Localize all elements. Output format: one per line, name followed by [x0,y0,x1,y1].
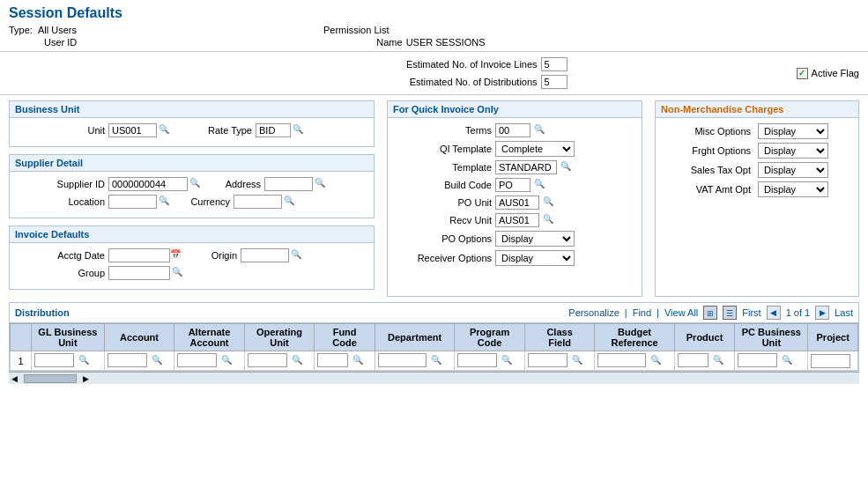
acctg-date-input[interactable] [108,248,170,262]
fund-code-search-icon[interactable] [352,354,367,368]
col-header-product: Product [674,324,735,351]
dept-input[interactable] [378,353,427,367]
pc-bu-search-icon[interactable] [782,354,796,368]
group-search-icon[interactable] [172,266,186,280]
group-input[interactable] [108,266,170,280]
rate-type-search-icon[interactable] [293,123,307,137]
currency-input[interactable] [234,195,282,209]
main-layout: Business Unit Unit Rate Type Supplier De… [0,95,868,302]
non-merch-title: Non-Merchandise Charges [656,101,858,118]
alt-account-cell [174,351,245,371]
pc-bu-input[interactable] [738,353,777,367]
alt-account-search-icon[interactable] [221,354,235,368]
project-input[interactable] [811,354,850,368]
location-input[interactable] [108,195,157,209]
budget-cell [595,351,674,371]
account-search-icon[interactable] [152,354,166,368]
invoice-defaults-panel: Invoice Defaults Acctg Date Origin Group [9,225,375,290]
terms-input[interactable] [495,123,530,137]
alt-account-input[interactable] [177,353,217,367]
po-unit-input[interactable] [495,196,539,210]
class-input[interactable] [528,353,568,367]
op-unit-input[interactable] [248,353,287,367]
budget-search-icon[interactable] [650,354,664,368]
first-link[interactable]: First [742,307,760,318]
po-unit-search-icon[interactable] [543,196,557,210]
active-flag-container: Active Flag [797,68,859,79]
address-input[interactable] [264,177,313,191]
build-code-input[interactable] [495,178,530,192]
personalize-link[interactable]: Personalize [568,307,619,318]
account-input[interactable] [108,353,147,367]
build-code-search-icon[interactable] [534,178,548,192]
horizontal-scrollbar[interactable]: ◀ ▶ [9,372,859,384]
misc-options-select[interactable]: Display Hide Required [758,123,828,139]
template-search-icon[interactable] [560,160,575,174]
table-icon[interactable]: ☰ [723,306,737,320]
currency-search-icon[interactable] [284,195,298,209]
recv-unit-input[interactable] [495,213,539,227]
left-column: Business Unit Unit Rate Type Supplier De… [9,100,375,297]
op-unit-search-icon[interactable] [292,354,306,368]
unit-input[interactable] [108,123,157,137]
last-link[interactable]: Last [835,307,853,318]
frght-options-label: Frght Options [663,145,751,156]
active-flag-label: Active Flag [812,68,859,78]
origin-search-icon[interactable] [291,248,305,262]
vat-amt-select[interactable]: Display Hide Required [758,181,828,197]
gl-bu-input[interactable] [34,353,74,367]
class-search-icon[interactable] [572,354,586,368]
qi-template-select[interactable]: Complete Partial None [495,141,575,157]
distribution-table-container: GL BusinessUnit Account AlternateAccount… [9,322,859,372]
scroll-thumb[interactable] [24,374,77,383]
template-input[interactable] [495,160,557,174]
vat-amt-label: VAT Amt Opt [663,184,751,195]
po-options-select[interactable]: Display Hide Required [495,231,575,247]
prev-page-button[interactable]: ◀ [767,306,781,320]
quick-invoice-body: Terms QI Template Complete Partial None … [388,118,642,275]
program-search-icon[interactable] [501,354,516,368]
view-all-link[interactable]: View All [664,307,698,318]
scroll-left-btn[interactable]: ◀ [9,374,20,383]
product-input[interactable] [678,353,708,367]
gl-bu-search-icon[interactable] [78,354,93,368]
location-search-icon[interactable] [159,195,173,209]
origin-input[interactable] [241,248,289,262]
program-input[interactable] [457,353,497,367]
fund-code-input[interactable] [317,353,348,367]
project-cell [808,351,858,371]
sales-tax-select[interactable]: Display Hide Required [758,162,828,178]
col-header-program: ProgramCode [455,324,525,351]
supplier-id-label: Supplier ID [17,179,105,189]
misc-options-row: Misc Options Display Hide Required [663,123,851,139]
budget-input[interactable] [597,353,646,367]
next-page-button[interactable]: ▶ [815,306,829,320]
qi-template-label: QI Template [395,144,492,154]
active-flag-checkbox[interactable] [797,68,808,79]
supplier-id-search-icon[interactable] [189,177,204,191]
terms-row: Terms [395,123,634,137]
sales-tax-label: Sales Tax Opt [663,165,751,175]
receiver-options-label: Receiver Options [395,253,492,263]
recv-unit-search-icon[interactable] [543,213,557,227]
rate-type-input[interactable] [256,123,291,137]
program-cell [455,351,525,371]
grid-icon[interactable]: ⊞ [703,306,717,320]
product-search-icon[interactable] [713,354,727,368]
acctg-date-calendar-icon[interactable] [170,248,184,262]
scroll-right-btn[interactable]: ▶ [80,374,92,383]
address-search-icon[interactable] [315,177,329,191]
non-merch-body: Misc Options Display Hide Required Frght… [656,118,858,206]
unit-search-icon[interactable] [159,123,173,137]
type-value: All Users [38,25,77,35]
supplier-id-input[interactable] [108,177,188,191]
find-link[interactable]: Find [633,307,651,318]
frght-options-select[interactable]: Display Hide Required [758,143,828,159]
est-dist-input[interactable] [541,75,568,89]
dept-search-icon[interactable] [431,354,445,368]
col-header-pc-bu: PC BusinessUnit [735,324,808,351]
receiver-options-select[interactable]: Display Hide Required [495,250,575,266]
terms-search-icon[interactable] [534,123,548,137]
business-unit-panel: Business Unit Unit Rate Type [9,100,375,147]
est-invoice-input[interactable] [541,57,568,71]
